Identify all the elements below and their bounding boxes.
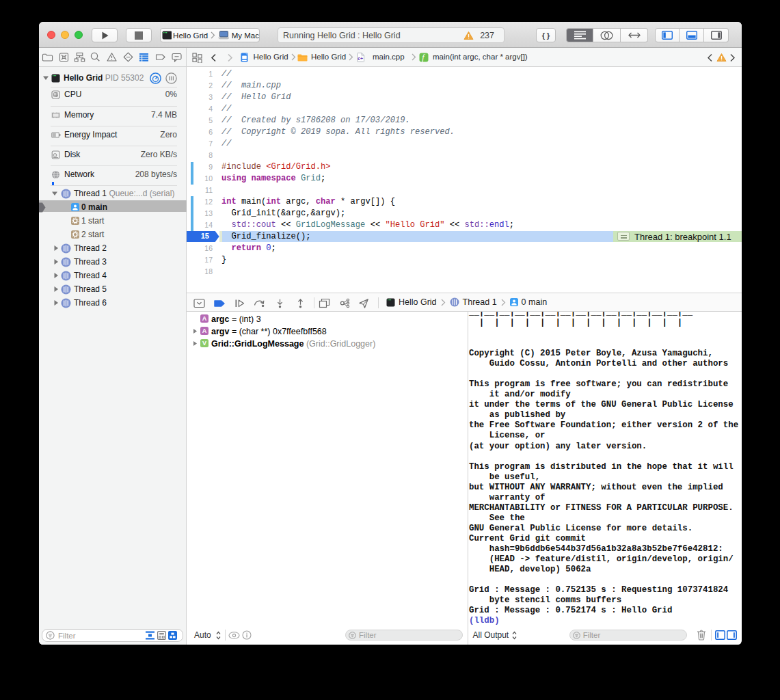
svg-text:c+: c+ (358, 56, 363, 61)
